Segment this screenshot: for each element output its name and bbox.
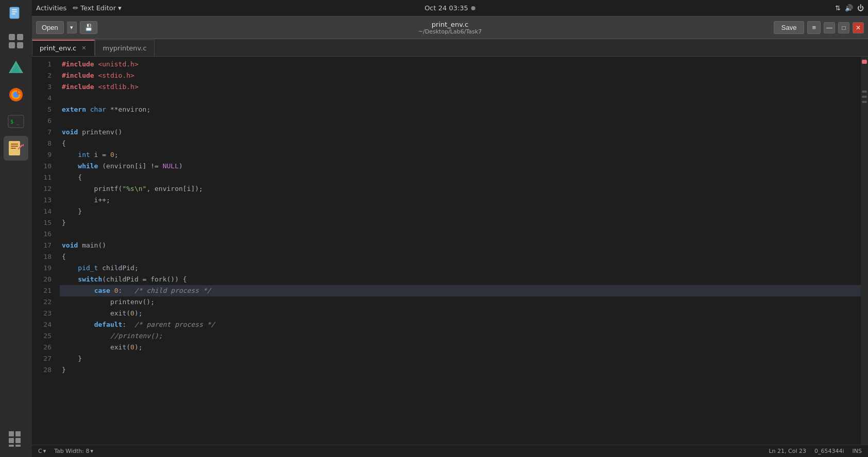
main-area: Activities ✏ Text Editor ▾ Oct 24 03:35 … bbox=[32, 0, 868, 457]
toolbar-filename: print_env.c ~/Desktop/Lab6/Task7 bbox=[418, 21, 482, 35]
svg-rect-0 bbox=[10, 7, 19, 19]
open-button[interactable]: Open bbox=[36, 21, 64, 34]
svg-marker-20 bbox=[22, 144, 24, 147]
sidebar-bottom bbox=[4, 426, 28, 453]
tab-print-env-close[interactable]: ✕ bbox=[80, 45, 87, 51]
minimize-button[interactable]: — bbox=[824, 22, 835, 33]
scroll-marker-1 bbox=[862, 91, 867, 93]
language-label: C bbox=[38, 448, 42, 454]
svg-rect-2 bbox=[12, 11, 17, 12]
sidebar-item-files[interactable] bbox=[4, 2, 28, 27]
svg-rect-5 bbox=[17, 34, 23, 40]
language-selector[interactable]: C ▾ bbox=[38, 448, 46, 454]
code-line-21[interactable]: case 0: /* child process */ bbox=[60, 285, 861, 296]
sidebar-item-terminal[interactable]: $ _ bbox=[4, 109, 28, 134]
code-line-7[interactable]: void printenv() bbox=[60, 127, 861, 138]
close-button[interactable]: ✕ bbox=[853, 22, 864, 33]
code-line-15[interactable]: } bbox=[60, 217, 861, 228]
toolbar-filename-label: print_env.c bbox=[418, 21, 482, 28]
sidebar-item-firefox[interactable] bbox=[4, 82, 28, 107]
svg-rect-22 bbox=[15, 431, 21, 436]
svg-rect-4 bbox=[9, 34, 15, 40]
code-line-14[interactable]: } bbox=[60, 206, 861, 217]
svg-rect-25 bbox=[9, 445, 14, 447]
tab-print-env-label: print_env.c bbox=[40, 44, 76, 52]
clock: Oct 24 03:35 bbox=[424, 4, 475, 12]
code-line-2[interactable]: #include <stdio.h> bbox=[60, 70, 861, 81]
sidebar-item-linux[interactable] bbox=[4, 56, 28, 80]
language-arrow: ▾ bbox=[43, 448, 46, 454]
code-line-13[interactable]: i++; bbox=[60, 195, 861, 206]
svg-rect-17 bbox=[11, 146, 18, 147]
tab-width-selector[interactable]: Tab Width: 8 ▾ bbox=[54, 448, 93, 454]
tab-myprintenv-label: myprintenv.c bbox=[103, 44, 146, 52]
scroll-marker-2 bbox=[862, 96, 867, 98]
scroll-position-marker bbox=[862, 60, 867, 64]
svg-rect-24 bbox=[15, 438, 21, 443]
sidebar-item-grid[interactable] bbox=[4, 426, 28, 451]
tab-myprintenv[interactable]: myprintenv.c bbox=[95, 40, 154, 56]
code-line-24[interactable]: default: /* parent process */ bbox=[60, 319, 861, 330]
tab-print-env[interactable]: print_env.c ✕ bbox=[32, 40, 95, 56]
code-line-18[interactable]: { bbox=[60, 251, 861, 262]
code-line-8[interactable]: { bbox=[60, 138, 861, 149]
code-line-12[interactable]: printf("%s\n", environ[i]); bbox=[60, 183, 861, 195]
hamburger-menu-button[interactable]: ≡ bbox=[807, 21, 821, 34]
code-line-4[interactable] bbox=[60, 93, 861, 104]
svg-rect-6 bbox=[9, 42, 15, 48]
app-name-label: Text Editor bbox=[80, 4, 116, 12]
toolbar-filepath-label: ~/Desktop/Lab6/Task7 bbox=[418, 28, 482, 35]
network-icon[interactable]: ⇅ bbox=[835, 4, 841, 12]
code-line-3[interactable]: #include <stdlib.h> bbox=[60, 81, 861, 93]
code-line-25[interactable]: //printenv(); bbox=[60, 330, 861, 342]
code-area[interactable]: #include <unistd.h>#include <stdio.h>#in… bbox=[58, 57, 861, 445]
tabbar: print_env.c ✕ myprintenv.c bbox=[32, 39, 868, 57]
code-line-5[interactable]: extern char **environ; bbox=[60, 104, 861, 115]
svg-rect-16 bbox=[11, 144, 18, 145]
svg-rect-1 bbox=[12, 9, 17, 10]
tab-width-arrow: ▾ bbox=[91, 448, 94, 454]
svg-rect-21 bbox=[9, 431, 14, 436]
statusbar-right: Ln 21, Col 23 0_654344i INS bbox=[769, 448, 862, 454]
code-line-10[interactable]: while (environ[i] != NULL) bbox=[60, 161, 861, 172]
clock-time: Oct 24 03:35 bbox=[424, 4, 468, 12]
unsaved-dot bbox=[471, 6, 475, 10]
code-line-16[interactable] bbox=[60, 228, 861, 240]
topbar-right-icons: ⇅ 🔊 ⏻ bbox=[835, 4, 864, 12]
sidebar-item-apps[interactable] bbox=[4, 29, 28, 54]
open-dropdown-button[interactable]: ▾ bbox=[67, 22, 77, 33]
code-line-20[interactable]: switch(childPid = fork()) { bbox=[60, 274, 861, 285]
svg-rect-23 bbox=[9, 438, 14, 443]
volume-icon[interactable]: 🔊 bbox=[845, 4, 853, 12]
code-line-17[interactable]: void main() bbox=[60, 240, 861, 251]
scrollbar-right[interactable] bbox=[861, 57, 868, 445]
code-line-28[interactable]: } bbox=[60, 364, 861, 376]
code-line-11[interactable]: { bbox=[60, 172, 861, 183]
code-line-23[interactable]: exit(0); bbox=[60, 308, 861, 319]
code-line-6[interactable] bbox=[60, 115, 861, 127]
code-line-1[interactable]: #include <unistd.h> bbox=[60, 59, 861, 70]
line-numbers: 1234567891011121314151617181920212223242… bbox=[32, 57, 58, 445]
maximize-button[interactable]: □ bbox=[838, 22, 849, 33]
save-button[interactable]: Save bbox=[774, 21, 805, 34]
svg-rect-26 bbox=[15, 445, 21, 447]
svg-rect-3 bbox=[12, 13, 15, 14]
ins-mode: INS bbox=[853, 448, 862, 454]
save-file-icon-button[interactable]: 💾 bbox=[80, 21, 97, 34]
editor[interactable]: 1234567891011121314151617181920212223242… bbox=[32, 57, 868, 445]
power-icon[interactable]: ⏻ bbox=[857, 4, 864, 12]
code-line-27[interactable]: } bbox=[60, 353, 861, 364]
code-line-26[interactable]: exit(0); bbox=[60, 342, 861, 353]
toolbar: Open ▾ 💾 print_env.c ~/Desktop/Lab6/Task… bbox=[32, 16, 868, 39]
code-line-9[interactable]: int i = 0; bbox=[60, 149, 861, 161]
statusbar: C ▾ Tab Width: 8 ▾ Ln 21, Col 23 0_65434… bbox=[32, 445, 868, 457]
code-line-19[interactable]: pid_t childPid; bbox=[60, 262, 861, 274]
topbar: Activities ✏ Text Editor ▾ Oct 24 03:35 … bbox=[32, 0, 868, 16]
tab-width-label: Tab Width: 8 bbox=[54, 448, 89, 454]
sidebar-item-texteditor[interactable] bbox=[4, 136, 28, 161]
activities-button[interactable]: Activities bbox=[36, 4, 66, 12]
code-line-22[interactable]: printenv(); bbox=[60, 296, 861, 308]
app-name-menu[interactable]: ✏ Text Editor ▾ bbox=[73, 4, 121, 12]
cursor-position: Ln 21, Col 23 bbox=[769, 448, 806, 454]
pencil-icon: ✏ bbox=[73, 4, 78, 12]
